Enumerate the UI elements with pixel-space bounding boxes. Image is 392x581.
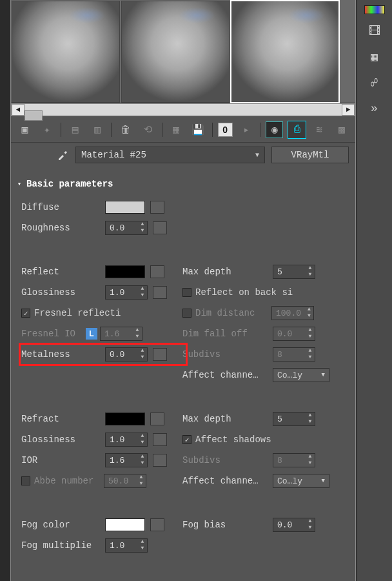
chevron-down-icon: ▼ [322, 478, 325, 484]
diffuse-swatch[interactable] [105, 201, 145, 214]
reflect-backside-checkbox[interactable] [182, 288, 191, 297]
preview-slot[interactable] [121, 1, 230, 103]
spin-down-icon[interactable]: ▼ [138, 354, 147, 361]
put-material-icon[interactable]: ▤ [66, 121, 84, 138]
rollout-title: Basic parameters [26, 179, 113, 189]
preview-slot[interactable] [12, 1, 120, 103]
fresnel-ior-spinner: 1.6 ▲▼ [100, 327, 142, 341]
roughness-value: 0.0 [106, 223, 138, 233]
options-icon[interactable]: ⎙ [288, 121, 306, 138]
link-icon[interactable]: ☍ [366, 74, 384, 92]
fresnel-ior-lock-icon[interactable]: L [86, 328, 97, 340]
assign-material-icon[interactable]: ✦ [39, 121, 56, 138]
spin-down-icon[interactable]: ▼ [138, 440, 147, 446]
refract-affect-dropdown[interactable]: Co…ly ▼ [273, 474, 329, 488]
spin-down-icon: ▼ [306, 334, 315, 340]
reflect-label: Reflect [21, 267, 105, 277]
slot-number-box[interactable]: 0 [218, 123, 233, 137]
fog-color-map-button[interactable] [150, 518, 164, 531]
dim-distance-checkbox[interactable] [182, 309, 191, 318]
metalness-spinner[interactable]: 0.0 ▲▼ [105, 347, 148, 362]
roughness-spinner[interactable]: 0.0 ▲▼ [105, 221, 148, 235]
spin-down-icon[interactable]: ▼ [306, 419, 315, 425]
dim-distance-label: Dim distanc [195, 308, 271, 318]
ior-spinner[interactable]: 1.6 ▲▼ [105, 453, 148, 467]
reflect-affect-value: Co…ly [277, 371, 302, 380]
rollout-header[interactable]: ▾ Basic parameters [17, 176, 349, 194]
refract-subdivs-value: 8 [273, 456, 306, 465]
metalness-map-button[interactable] [153, 348, 167, 361]
reflect-backside-label: Reflect on back si [195, 287, 293, 298]
spin-down-icon[interactable]: ▼ [138, 545, 147, 552]
spin-down-icon[interactable]: ▼ [138, 460, 147, 467]
diffuse-map-button[interactable] [150, 201, 164, 214]
film-icon[interactable]: 🎞 [366, 22, 384, 40]
reflect-subdivs-spinner: 8 ▲▼ [273, 347, 315, 362]
fog-bias-value: 0.0 [273, 520, 306, 530]
right-tool-column: 🎞 ▦ ☍ » [356, 0, 392, 581]
abbe-spinner: 50.0 ▲▼ [104, 474, 146, 488]
spin-down-icon: ▼ [305, 313, 313, 320]
ior-value: 1.6 [106, 456, 138, 465]
spin-down-icon: ▼ [306, 354, 315, 361]
reset-icon[interactable]: ⟲ [139, 121, 157, 138]
fresnel-checkbox[interactable]: ✓ [21, 309, 30, 318]
refract-map-button[interactable] [150, 413, 164, 425]
eyedropper-icon[interactable] [56, 148, 69, 161]
reflect-maxdepth-spinner[interactable]: 5 ▲▼ [273, 265, 315, 279]
metalness-value: 0.0 [106, 350, 138, 360]
toolbar-separator [260, 123, 260, 137]
delete-icon[interactable]: 🗑 [117, 121, 134, 138]
sibling-icon[interactable]: ≋ [311, 121, 328, 138]
roughness-map-button[interactable] [153, 221, 167, 234]
refract-glossiness-map-button[interactable] [153, 433, 167, 446]
reflect-glossiness-map-button[interactable] [153, 286, 167, 299]
chevron-down-icon: ▼ [322, 372, 325, 378]
fog-color-swatch[interactable] [105, 518, 145, 531]
diffuse-label: Diffuse [21, 202, 105, 212]
scroll-thumb[interactable] [24, 110, 43, 121]
abbe-label: Abbe number [34, 476, 104, 486]
spin-down-icon[interactable]: ▼ [138, 228, 147, 234]
material-type-button[interactable]: VRayMtl [271, 147, 349, 163]
scroll-right-button[interactable]: ► [342, 104, 355, 116]
ior-label: IOR [21, 455, 105, 465]
preview-scrollbar[interactable]: ◄ ► [11, 103, 355, 116]
refract-glossiness-spinner[interactable]: 1.0 ▲▼ [105, 433, 148, 447]
refract-maxdepth-spinner[interactable]: 5 ▲▼ [273, 412, 315, 426]
save-icon[interactable]: 💾 [190, 121, 207, 138]
abbe-checkbox[interactable] [21, 476, 30, 485]
put-material-icon-2[interactable]: ▥ [89, 121, 106, 138]
spin-down-icon[interactable]: ▼ [138, 292, 147, 299]
make-unique-icon[interactable]: ▦ [167, 121, 184, 138]
checker-icon[interactable]: ▦ [366, 48, 384, 66]
chevron-down-icon[interactable]: » [366, 99, 384, 117]
reflect-glossiness-spinner[interactable]: 1.0 ▲▼ [105, 285, 148, 300]
toolbar-separator [61, 123, 61, 137]
show-map-icon[interactable]: ◉ [266, 121, 283, 138]
scroll-left-button[interactable]: ◄ [12, 104, 24, 116]
preview-slot-selected[interactable] [231, 1, 339, 103]
fog-mult-spinner[interactable]: 1.0 ▲▼ [105, 538, 148, 553]
reflect-subdivs-value: 8 [273, 350, 306, 360]
reflect-map-button[interactable] [150, 265, 164, 278]
spin-down-icon[interactable]: ▼ [306, 525, 315, 531]
ior-map-button[interactable] [153, 454, 167, 467]
roughness-label: Roughness [21, 223, 105, 233]
material-name-row: Material #25 ▼ VRayMtl [11, 143, 355, 171]
get-material-icon[interactable]: ▣ [16, 121, 34, 138]
material-name-dropdown[interactable]: Material #25 ▼ [75, 147, 265, 163]
affect-shadows-checkbox[interactable]: ✓ [182, 435, 191, 444]
material-preview-strip [11, 0, 355, 103]
spin-down-icon[interactable]: ▼ [306, 272, 315, 278]
slot-arrow-icon[interactable]: ▸ [238, 121, 255, 138]
abbe-value: 50.0 [104, 476, 137, 486]
refract-swatch[interactable] [105, 413, 145, 425]
material-editor-panel: ◄ ► ▣ ✦ ▤ ▥ 🗑 ⟲ ▦ 💾 0 ▸ ◉ ⎙ ≋ ▩ Material… [10, 0, 356, 581]
palette-icon[interactable] [364, 5, 385, 14]
reflect-affect-dropdown[interactable]: Co…ly ▼ [273, 368, 329, 382]
reflect-swatch[interactable] [105, 265, 145, 278]
checker-icon[interactable]: ▩ [333, 121, 350, 138]
reflect-maxdepth-label: Max depth [182, 267, 273, 277]
fog-bias-spinner[interactable]: 0.0 ▲▼ [273, 518, 315, 532]
